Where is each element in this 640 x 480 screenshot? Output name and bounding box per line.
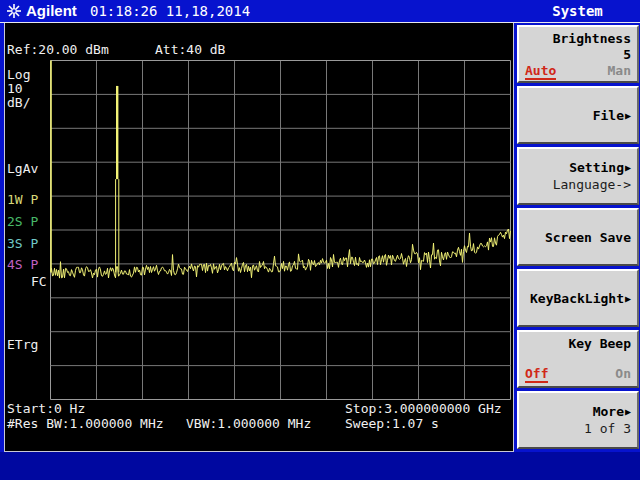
analyzer-screen: Agilent 01:18:26 11,18,2014 System Ref:2… — [0, 0, 640, 480]
softkey-label: Brightness — [553, 31, 631, 47]
brightness-value: 5 — [525, 47, 631, 63]
ext-trigger-label: ETrg — [7, 337, 38, 352]
trace1-status-label: 1W P — [7, 192, 38, 207]
softkey-setting[interactable]: Setting▶ Language-> — [517, 147, 639, 205]
rbw-label: #Res BW:1.000000 MHz — [7, 416, 164, 431]
ref-level-label: Ref:20.00 dBm — [7, 42, 109, 57]
softkey-menu: Brightness 5 Auto Man File▶ Setting▶ Lan… — [517, 25, 639, 452]
trace3-status-label: 3S P — [7, 236, 38, 251]
start-freq-label: Start:0 Hz — [7, 401, 85, 416]
submenu-arrow-icon: ▶ — [625, 160, 631, 176]
softkey-label: Screen Save — [545, 230, 631, 246]
softkey-label: Setting — [569, 160, 624, 176]
softkey-screen-save[interactable]: Screen Save — [517, 208, 639, 266]
toggle-auto: Auto — [525, 63, 556, 80]
trace2-status-label: 2S P — [7, 214, 38, 229]
softkey-page-indicator: 1 of 3 — [525, 420, 631, 437]
submenu-arrow-icon: ▶ — [625, 291, 631, 307]
submenu-arrow-icon: ▶ — [625, 404, 631, 420]
trace4-status-label: 4S P — [7, 257, 38, 272]
softkey-label: KeyBackLight — [530, 291, 624, 307]
scale-value-label: 10 — [7, 81, 23, 96]
scale-type-label: Log — [7, 67, 30, 82]
scale-unit-label: dB/ — [7, 95, 30, 110]
softkey-label: More — [593, 404, 624, 420]
brand-name: Agilent — [26, 2, 77, 19]
vbw-label: VBW:1.000000 MHz — [186, 416, 311, 431]
submenu-arrow-icon: ▶ — [625, 108, 631, 124]
freq-coupling-label: FC — [31, 274, 47, 289]
softkey-keybacklight[interactable]: KeyBackLight▶ — [517, 269, 639, 327]
clock: 01:18:26 11,18,2014 — [90, 3, 250, 19]
softkey-key-beep[interactable]: Key Beep Off On — [517, 330, 639, 388]
brand: Agilent — [7, 2, 77, 19]
toggle-on: On — [615, 366, 631, 383]
top-bar: Agilent 01:18:26 11,18,2014 System — [0, 0, 640, 23]
softkey-label: File — [593, 108, 624, 124]
graticule-plot — [50, 60, 511, 400]
bottom-band: Screen Capturing...... — [0, 452, 640, 480]
softkey-sub-label: Language-> — [525, 176, 631, 193]
attenuation-label: Att:40 dB — [155, 42, 225, 57]
menu-title: System — [515, 3, 640, 19]
softkey-file[interactable]: File▶ — [517, 86, 639, 144]
toggle-off: Off — [525, 366, 548, 383]
agilent-spark-icon — [7, 4, 21, 18]
softkey-more[interactable]: More▶ 1 of 3 — [517, 391, 639, 449]
average-type-label: LgAv — [7, 161, 38, 176]
stop-freq-label: Stop:3.000000000 GHz — [345, 401, 502, 416]
softkey-label: Key Beep — [568, 336, 631, 352]
sweep-time-label: Sweep:1.07 s — [345, 416, 439, 431]
toggle-man: Man — [608, 63, 631, 80]
spectrum-display: Ref:20.00 dBm Att:40 dB Log 10 dB/ LgAv … — [4, 23, 514, 452]
softkey-brightness[interactable]: Brightness 5 Auto Man — [517, 25, 639, 83]
